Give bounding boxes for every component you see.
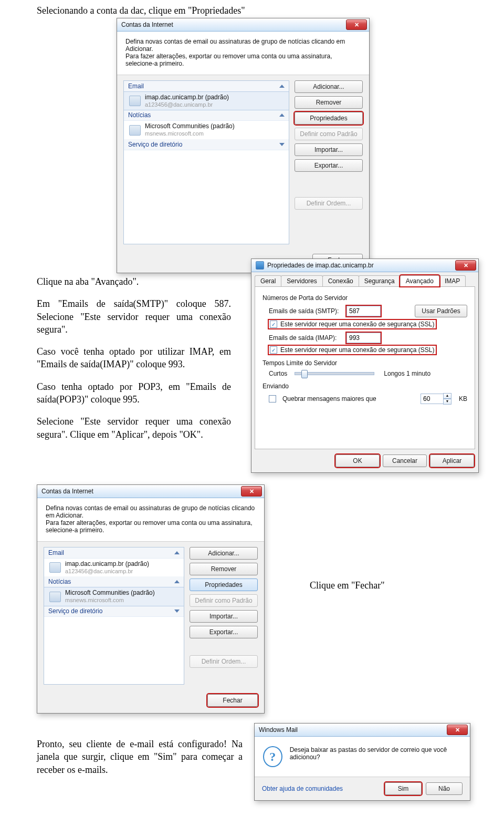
quebrar-value-input[interactable] [421, 394, 444, 404]
section-label-ports: Números de Porta do Servidor [262, 294, 467, 302]
window-title: Contas da Internet [121, 21, 173, 28]
group-servico[interactable]: Serviço de diretório [44, 606, 184, 617]
close-button[interactable]: ✕ [455, 260, 476, 271]
doc-text-4: Pronto, seu cliente de e-mail está confi… [37, 738, 243, 776]
account-email-row[interactable]: imap.dac.unicamp.br (padrão)a123456@dac.… [124, 92, 289, 110]
importar-button[interactable]: Importar... [295, 143, 363, 156]
chevron-up-icon [174, 551, 180, 554]
imap-label: Emails de saída (IMAP): [269, 334, 342, 342]
window-propriedades: Propriedades de imap.dac.unicamp.br ✕ Ge… [251, 259, 479, 473]
doc-text-p2b: Em "Emails de saída(SMTP)" coloque 587. … [37, 297, 231, 336]
group-noticias[interactable]: Notícias [44, 576, 184, 587]
stepper-down-icon[interactable]: ▼ [443, 399, 452, 405]
account-sub: a123456@dac.unicamp.br [145, 101, 229, 108]
chevron-down-icon [174, 610, 180, 613]
usar-padroes-button[interactable]: Usar Padrões [415, 305, 467, 317]
curtos-label: Curtos [269, 370, 287, 377]
propriedades-button[interactable]: Propriedades [295, 112, 363, 125]
adicionar-button[interactable]: Adicionar... [190, 547, 258, 560]
mail-account-icon [49, 562, 61, 573]
tab-servidores[interactable]: Servidores [281, 275, 322, 286]
window-contas-2: Contas da Internet ✕ Defina novas contas… [37, 484, 265, 714]
tab-bar: Geral Servidores Conexão Segurança Avanç… [251, 272, 478, 286]
account-sub: a123456@dac.unicamp.br [65, 568, 149, 575]
definir-ordem-button: Definir Ordem... [295, 197, 363, 210]
importar-button[interactable]: Importar... [190, 610, 258, 623]
doc-text-p2a: Clique na aba "Avançado". [37, 275, 231, 288]
dialog-desc-2: Para fazer alterações, exportar ou remov… [125, 53, 361, 67]
prompt-text: Deseja baixar as pastas do servidor de c… [290, 746, 461, 767]
tab-avancado[interactable]: Avançado [400, 275, 439, 286]
group-noticias[interactable]: Notícias [124, 110, 289, 121]
quebrar-stepper[interactable]: ▲▼ [421, 393, 452, 405]
exportar-button[interactable]: Exportar... [190, 626, 258, 638]
tab-conexao[interactable]: Conexão [322, 275, 359, 286]
close-button[interactable]: ✕ [447, 725, 468, 735]
doc-text-p2c: Caso você tenha optado por utilizar IMAP… [37, 345, 231, 371]
accounts-tree: Email imap.dac.unicamp.br (padrão)a12345… [123, 80, 289, 244]
question-icon: ? [263, 746, 282, 767]
window-mail-prompt: Windows Mail ✕ ? Deseja baixar as pastas… [254, 723, 470, 801]
titlebar: Contas da Internet ✕ [37, 485, 264, 498]
propriedades-button[interactable]: Propriedades [190, 579, 258, 591]
section-label-tempos: Tempos Limite do Servidor [262, 359, 467, 367]
timeout-slider[interactable] [295, 372, 374, 375]
mail-account-icon [129, 96, 141, 106]
window-contas-1: Contas da Internet ✕ Defina novas contas… [117, 18, 370, 273]
aplicar-button[interactable]: Aplicar [430, 455, 474, 467]
window-title: Contas da Internet [41, 488, 93, 495]
news-account-icon [49, 592, 61, 602]
tab-seguranca[interactable]: Segurança [359, 275, 401, 286]
titlebar: Contas da Internet ✕ [117, 18, 369, 32]
smtp-port-input[interactable] [346, 306, 381, 316]
adicionar-button[interactable]: Adicionar... [295, 80, 363, 93]
imap-port-input[interactable] [346, 333, 381, 343]
longos-label: Longos 1 minuto [384, 370, 430, 377]
dialog-desc-1: Defina novas contas de email ou assinatu… [46, 504, 256, 519]
group-servico[interactable]: Serviço de diretório [124, 139, 289, 150]
ssl-smtp-checkbox[interactable]: ✓ [270, 321, 277, 328]
account-name: Microsoft Communities (padrão) [65, 590, 155, 597]
accounts-tree: Email imap.dac.unicamp.br (padrão)a12345… [44, 547, 184, 685]
titlebar: Propriedades de imap.dac.unicamp.br ✕ [251, 259, 478, 272]
fechar-button[interactable]: Fechar [207, 694, 258, 707]
account-news-row[interactable]: Microsoft Communities (padrão)msnews.mic… [44, 587, 184, 605]
doc-text-p2d: Caso tenha optado por POP3, em "Emails d… [37, 380, 231, 406]
news-account-icon [129, 125, 141, 136]
stepper-up-icon[interactable]: ▲ [443, 393, 452, 399]
group-email[interactable]: Email [124, 81, 289, 92]
cancelar-button[interactable]: Cancelar [383, 455, 427, 467]
close-button[interactable]: ✕ [346, 19, 367, 30]
chevron-up-icon [279, 113, 285, 117]
section-label-enviando: Enviando [262, 383, 467, 390]
ssl-imap-checkbox[interactable]: ✓ [270, 346, 277, 354]
definir-ordem-button: Definir Ordem... [190, 655, 258, 668]
ok-button[interactable]: OK [335, 455, 380, 467]
group-email[interactable]: Email [44, 548, 184, 559]
smtp-label: Emails de saída (SMTP): [269, 307, 342, 315]
account-sub: msnews.microsoft.com [145, 130, 235, 137]
tab-geral[interactable]: Geral [255, 275, 281, 286]
tab-imap[interactable]: IMAP [439, 275, 466, 286]
slider-thumb[interactable] [301, 370, 308, 378]
exportar-button[interactable]: Exportar... [295, 159, 363, 172]
titlebar: Windows Mail ✕ [255, 724, 470, 737]
quebrar-checkbox[interactable] [269, 395, 276, 402]
app-icon [256, 261, 264, 270]
chevron-up-icon [279, 85, 285, 88]
window-title: Propriedades de imap.dac.unicamp.br [267, 262, 374, 269]
remover-button[interactable]: Remover [295, 96, 363, 109]
help-link[interactable]: Obter ajuda de comunidades [262, 785, 343, 792]
account-news-row[interactable]: Microsoft Communities (padrão)msnews.mic… [124, 121, 289, 139]
close-button[interactable]: ✕ [241, 486, 262, 497]
sim-button[interactable]: Sim [385, 782, 422, 795]
remover-button[interactable]: Remover [190, 563, 258, 575]
account-name: imap.dac.unicamp.br (padrão) [65, 561, 149, 568]
account-email-row[interactable]: imap.dac.unicamp.br (padrão)a123456@dac.… [44, 559, 184, 576]
nao-button[interactable]: Não [426, 782, 463, 795]
kb-label: KB [459, 395, 467, 402]
dialog-desc-2: Para fazer alterações, exportar ou remov… [46, 519, 256, 534]
chevron-down-icon [279, 143, 285, 146]
doc-text-1: Selecionando a conta da dac, clique em "… [37, 4, 245, 17]
window-title: Windows Mail [259, 726, 298, 734]
